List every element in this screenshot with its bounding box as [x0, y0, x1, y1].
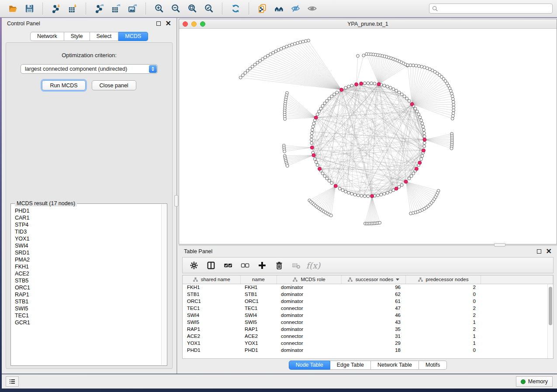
network-node[interactable]: [421, 122, 424, 125]
table-cell[interactable]: 0: [405, 298, 481, 305]
network-node[interactable]: [350, 84, 353, 87]
table-row[interactable]: TEC1TEC1connector472: [183, 305, 553, 312]
table-row[interactable]: RAP1RAP1dominator352: [183, 326, 553, 333]
horizontal-splitter-handle[interactable]: [494, 243, 505, 247]
network-node[interactable]: [285, 45, 288, 48]
table-cell[interactable]: TEC1: [240, 305, 277, 312]
network-node[interactable]: [419, 116, 422, 119]
network-node[interactable]: [450, 92, 453, 95]
network-node[interactable]: [367, 82, 370, 85]
mcds-result-item[interactable]: FKH1: [15, 263, 161, 270]
network-node[interactable]: [403, 95, 406, 98]
network-node[interactable]: [412, 172, 415, 175]
network-node[interactable]: [291, 43, 294, 46]
mcds-result-item[interactable]: RAP1: [15, 291, 161, 298]
network-node[interactable]: [421, 155, 424, 158]
table-row[interactable]: ACE2ACE2connector311: [183, 333, 553, 340]
export-network-button[interactable]: [91, 2, 107, 16]
network-node[interactable]: [269, 53, 272, 56]
toggle-columns-button[interactable]: [203, 259, 219, 272]
network-node[interactable]: [389, 190, 392, 193]
close-panel-button[interactable]: Close panel: [92, 80, 136, 90]
network-node[interactable]: [395, 89, 398, 92]
tab-mcds[interactable]: MCDS: [118, 32, 148, 41]
zoom-fit-button[interactable]: [184, 2, 201, 16]
clear-checks-button[interactable]: [237, 259, 253, 272]
mcds-result-item[interactable]: STB5: [15, 277, 161, 284]
close-panel-icon[interactable]: ✕: [166, 21, 171, 26]
table-cell[interactable]: FKH1: [240, 284, 277, 291]
network-node[interactable]: [386, 191, 389, 194]
network-node[interactable]: [386, 85, 389, 88]
network-hub-node[interactable]: [423, 138, 426, 141]
tab-style[interactable]: Style: [64, 32, 90, 41]
network-node[interactable]: [423, 132, 426, 135]
table-row[interactable]: PHD1PHD1dominator180: [183, 347, 553, 354]
table-cell[interactable]: 43: [341, 319, 405, 326]
table-row[interactable]: SWI5SWI5connector431: [183, 319, 553, 326]
network-node[interactable]: [266, 54, 270, 57]
table-cell[interactable]: YOX1: [240, 340, 277, 347]
network-node[interactable]: [452, 97, 455, 100]
table-cell[interactable]: ACE2: [183, 333, 240, 340]
table-cell[interactable]: SWI5: [183, 319, 240, 326]
table-cell[interactable]: TEC1: [183, 305, 240, 312]
network-node[interactable]: [415, 64, 418, 67]
network-node[interactable]: [310, 135, 313, 138]
import-table-button[interactable]: [64, 2, 81, 16]
save-session-button[interactable]: [21, 2, 38, 16]
table-cell[interactable]: dominator: [277, 298, 341, 305]
table-cell[interactable]: 2: [405, 326, 481, 333]
export-table-button[interactable]: [107, 2, 124, 16]
network-node[interactable]: [330, 182, 333, 185]
network-hub-node[interactable]: [318, 167, 322, 171]
mcds-result-item[interactable]: CAR1: [15, 214, 161, 221]
table-cell[interactable]: 1: [405, 340, 481, 347]
table-cell[interactable]: connector: [277, 319, 341, 326]
network-node[interactable]: [452, 106, 455, 109]
show-overview-button[interactable]: [304, 2, 320, 16]
network-node[interactable]: [293, 42, 296, 45]
network-node[interactable]: [451, 117, 454, 120]
table-cell[interactable]: dominator: [277, 291, 341, 298]
mcds-result-item[interactable]: SWI5: [15, 305, 161, 312]
table-cell[interactable]: 29: [341, 340, 405, 347]
network-node[interactable]: [406, 64, 409, 67]
network-node[interactable]: [272, 51, 275, 54]
network-node[interactable]: [392, 189, 395, 192]
table-tab-motifs[interactable]: Motifs: [419, 361, 447, 370]
network-node[interactable]: [373, 82, 376, 85]
network-node[interactable]: [389, 86, 392, 89]
network-node[interactable]: [325, 100, 329, 103]
table-cell[interactable]: 18: [341, 347, 405, 354]
network-node[interactable]: [313, 158, 316, 161]
table-cell[interactable]: connector: [277, 333, 341, 340]
network-hub-node[interactable]: [394, 187, 398, 190]
column-header-name[interactable]: name: [240, 275, 277, 284]
import-network-button[interactable]: [48, 2, 64, 16]
network-node[interactable]: [239, 76, 242, 79]
network-node[interactable]: [341, 189, 344, 192]
mcds-result-item[interactable]: SWI4: [15, 242, 161, 249]
table-scrollbar[interactable]: [547, 284, 553, 358]
network-node[interactable]: [311, 128, 314, 131]
network-hub-node[interactable]: [377, 83, 381, 86]
memory-button[interactable]: Memory: [516, 376, 553, 387]
table-cell[interactable]: 62: [341, 291, 405, 298]
column-header-MCDS-role[interactable]: MCDS role: [277, 275, 341, 284]
network-node[interactable]: [420, 158, 423, 161]
network-node[interactable]: [312, 122, 315, 125]
float-panel-icon[interactable]: [156, 21, 161, 26]
network-node[interactable]: [288, 44, 291, 47]
table-row[interactable]: SWI4SWI4dominator462: [183, 312, 553, 319]
table-cell[interactable]: 0: [405, 291, 481, 298]
mcds-result-item[interactable]: ORC1: [15, 284, 161, 291]
table-cell[interactable]: ORC1: [240, 298, 277, 305]
table-row[interactable]: STB1STB1dominator620: [183, 291, 553, 298]
export-image-button[interactable]: [124, 2, 141, 16]
network-node[interactable]: [244, 72, 247, 75]
zoom-out-button[interactable]: [167, 2, 184, 16]
network-node[interactable]: [253, 63, 256, 66]
mcds-result-item[interactable]: STP4: [15, 221, 161, 228]
network-node[interactable]: [344, 86, 347, 89]
